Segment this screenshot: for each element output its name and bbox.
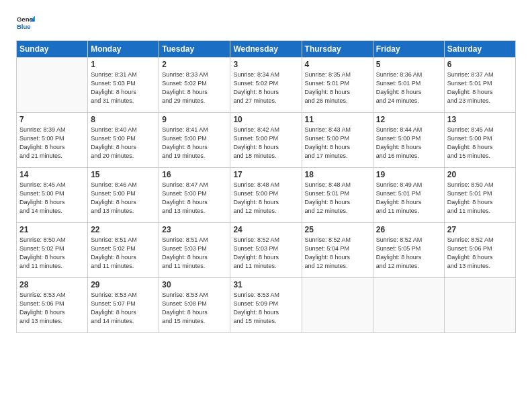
day-number: 19 bbox=[376, 170, 441, 179]
day-number: 28 bbox=[19, 280, 85, 289]
day-info: Sunrise: 8:47 AM Sunset: 5:00 PM Dayligh… bbox=[162, 181, 227, 216]
calendar-day-27: 27Sunrise: 8:52 AM Sunset: 5:06 PM Dayli… bbox=[444, 223, 515, 278]
day-number: 5 bbox=[376, 60, 441, 69]
calendar-week-row: 14Sunrise: 8:45 AM Sunset: 5:00 PM Dayli… bbox=[17, 168, 516, 223]
day-number: 1 bbox=[91, 60, 156, 69]
calendar-empty-cell bbox=[17, 58, 88, 113]
day-info: Sunrise: 8:45 AM Sunset: 5:00 PM Dayligh… bbox=[19, 181, 85, 216]
day-info: Sunrise: 8:52 AM Sunset: 5:05 PM Dayligh… bbox=[376, 236, 441, 271]
day-number: 15 bbox=[91, 170, 156, 179]
calendar-day-10: 10Sunrise: 8:42 AM Sunset: 5:00 PM Dayli… bbox=[230, 113, 302, 168]
calendar-header-friday: Friday bbox=[373, 41, 444, 58]
svg-text:Blue: Blue bbox=[17, 23, 31, 30]
day-info: Sunrise: 8:48 AM Sunset: 5:01 PM Dayligh… bbox=[305, 181, 370, 216]
calendar-header-thursday: Thursday bbox=[302, 41, 373, 58]
header: General Blue bbox=[16, 13, 516, 32]
calendar-day-24: 24Sunrise: 8:52 AM Sunset: 5:03 PM Dayli… bbox=[230, 223, 302, 278]
calendar-header-wednesday: Wednesday bbox=[230, 41, 302, 58]
day-number: 7 bbox=[19, 115, 85, 124]
calendar-day-14: 14Sunrise: 8:45 AM Sunset: 5:00 PM Dayli… bbox=[17, 168, 88, 223]
calendar-day-13: 13Sunrise: 8:45 AM Sunset: 5:00 PM Dayli… bbox=[444, 113, 515, 168]
calendar-day-21: 21Sunrise: 8:50 AM Sunset: 5:02 PM Dayli… bbox=[17, 223, 88, 278]
day-number: 22 bbox=[91, 225, 156, 234]
day-number: 24 bbox=[233, 225, 298, 234]
day-number: 27 bbox=[447, 225, 513, 234]
calendar-day-12: 12Sunrise: 8:44 AM Sunset: 5:00 PM Dayli… bbox=[373, 113, 444, 168]
calendar-empty-cell bbox=[302, 278, 373, 333]
day-info: Sunrise: 8:40 AM Sunset: 5:00 PM Dayligh… bbox=[91, 126, 156, 161]
day-info: Sunrise: 8:43 AM Sunset: 5:00 PM Dayligh… bbox=[305, 126, 370, 161]
day-number: 16 bbox=[162, 170, 227, 179]
calendar-header-saturday: Saturday bbox=[444, 41, 515, 58]
calendar-week-row: 28Sunrise: 8:53 AM Sunset: 5:06 PM Dayli… bbox=[17, 278, 516, 333]
calendar-day-3: 3Sunrise: 8:34 AM Sunset: 5:02 PM Daylig… bbox=[230, 58, 302, 113]
day-number: 12 bbox=[376, 115, 441, 124]
calendar-day-26: 26Sunrise: 8:52 AM Sunset: 5:05 PM Dayli… bbox=[373, 223, 444, 278]
day-number: 20 bbox=[447, 170, 513, 179]
calendar-header-tuesday: Tuesday bbox=[159, 41, 230, 58]
day-info: Sunrise: 8:53 AM Sunset: 5:07 PM Dayligh… bbox=[91, 291, 156, 326]
day-info: Sunrise: 8:52 AM Sunset: 5:04 PM Dayligh… bbox=[305, 236, 370, 271]
calendar-day-11: 11Sunrise: 8:43 AM Sunset: 5:00 PM Dayli… bbox=[302, 113, 373, 168]
day-info: Sunrise: 8:46 AM Sunset: 5:00 PM Dayligh… bbox=[91, 181, 156, 216]
day-number: 10 bbox=[233, 115, 298, 124]
day-info: Sunrise: 8:41 AM Sunset: 5:00 PM Dayligh… bbox=[162, 126, 227, 161]
calendar-day-5: 5Sunrise: 8:36 AM Sunset: 5:01 PM Daylig… bbox=[373, 58, 444, 113]
calendar-day-29: 29Sunrise: 8:53 AM Sunset: 5:07 PM Dayli… bbox=[88, 278, 159, 333]
calendar-day-22: 22Sunrise: 8:51 AM Sunset: 5:02 PM Dayli… bbox=[88, 223, 159, 278]
calendar-day-19: 19Sunrise: 8:49 AM Sunset: 5:01 PM Dayli… bbox=[373, 168, 444, 223]
day-info: Sunrise: 8:37 AM Sunset: 5:01 PM Dayligh… bbox=[447, 71, 513, 105]
day-number: 9 bbox=[162, 115, 227, 124]
day-number: 6 bbox=[447, 60, 513, 69]
day-number: 4 bbox=[305, 60, 370, 69]
day-number: 26 bbox=[376, 225, 441, 234]
calendar-day-4: 4Sunrise: 8:35 AM Sunset: 5:01 PM Daylig… bbox=[302, 58, 373, 113]
day-number: 14 bbox=[19, 170, 85, 179]
day-number: 8 bbox=[91, 115, 156, 124]
day-number: 25 bbox=[305, 225, 370, 234]
day-info: Sunrise: 8:53 AM Sunset: 5:06 PM Dayligh… bbox=[19, 291, 85, 326]
day-number: 13 bbox=[447, 115, 513, 124]
day-number: 31 bbox=[233, 280, 298, 289]
day-info: Sunrise: 8:52 AM Sunset: 5:03 PM Dayligh… bbox=[233, 236, 298, 271]
calendar-day-15: 15Sunrise: 8:46 AM Sunset: 5:00 PM Dayli… bbox=[88, 168, 159, 223]
day-info: Sunrise: 8:45 AM Sunset: 5:00 PM Dayligh… bbox=[447, 126, 513, 161]
day-info: Sunrise: 8:51 AM Sunset: 5:03 PM Dayligh… bbox=[162, 236, 227, 271]
calendar-header-monday: Monday bbox=[88, 41, 159, 58]
day-info: Sunrise: 8:50 AM Sunset: 5:02 PM Dayligh… bbox=[19, 236, 85, 271]
calendar-day-9: 9Sunrise: 8:41 AM Sunset: 5:00 PM Daylig… bbox=[159, 113, 230, 168]
day-info: Sunrise: 8:42 AM Sunset: 5:00 PM Dayligh… bbox=[233, 126, 298, 161]
day-number: 11 bbox=[305, 115, 370, 124]
calendar-day-2: 2Sunrise: 8:33 AM Sunset: 5:02 PM Daylig… bbox=[159, 58, 230, 113]
day-info: Sunrise: 8:53 AM Sunset: 5:09 PM Dayligh… bbox=[233, 291, 298, 326]
calendar-week-row: 1Sunrise: 8:31 AM Sunset: 5:03 PM Daylig… bbox=[17, 58, 516, 113]
logo-icon: General Blue bbox=[16, 13, 35, 32]
day-info: Sunrise: 8:49 AM Sunset: 5:01 PM Dayligh… bbox=[376, 181, 441, 216]
day-info: Sunrise: 8:31 AM Sunset: 5:03 PM Dayligh… bbox=[91, 71, 156, 105]
day-info: Sunrise: 8:36 AM Sunset: 5:01 PM Dayligh… bbox=[376, 71, 441, 105]
calendar-day-18: 18Sunrise: 8:48 AM Sunset: 5:01 PM Dayli… bbox=[302, 168, 373, 223]
day-number: 2 bbox=[162, 60, 227, 69]
calendar-week-row: 21Sunrise: 8:50 AM Sunset: 5:02 PM Dayli… bbox=[17, 223, 516, 278]
day-number: 30 bbox=[162, 280, 227, 289]
calendar-day-17: 17Sunrise: 8:48 AM Sunset: 5:00 PM Dayli… bbox=[230, 168, 302, 223]
day-number: 17 bbox=[233, 170, 298, 179]
day-info: Sunrise: 8:52 AM Sunset: 5:06 PM Dayligh… bbox=[447, 236, 513, 271]
day-info: Sunrise: 8:33 AM Sunset: 5:02 PM Dayligh… bbox=[162, 71, 227, 105]
calendar-day-16: 16Sunrise: 8:47 AM Sunset: 5:00 PM Dayli… bbox=[159, 168, 230, 223]
calendar-empty-cell bbox=[373, 278, 444, 333]
calendar-day-31: 31Sunrise: 8:53 AM Sunset: 5:09 PM Dayli… bbox=[230, 278, 302, 333]
day-number: 3 bbox=[233, 60, 298, 69]
page: General Blue SundayMondayTuesdayWednesda… bbox=[0, 0, 532, 411]
day-info: Sunrise: 8:44 AM Sunset: 5:00 PM Dayligh… bbox=[376, 126, 441, 161]
calendar-day-30: 30Sunrise: 8:53 AM Sunset: 5:08 PM Dayli… bbox=[159, 278, 230, 333]
calendar-day-23: 23Sunrise: 8:51 AM Sunset: 5:03 PM Dayli… bbox=[159, 223, 230, 278]
calendar-header-row: SundayMondayTuesdayWednesdayThursdayFrid… bbox=[17, 41, 516, 58]
calendar-day-20: 20Sunrise: 8:50 AM Sunset: 5:01 PM Dayli… bbox=[444, 168, 515, 223]
calendar-week-row: 7Sunrise: 8:39 AM Sunset: 5:00 PM Daylig… bbox=[17, 113, 516, 168]
day-number: 18 bbox=[305, 170, 370, 179]
calendar-day-1: 1Sunrise: 8:31 AM Sunset: 5:03 PM Daylig… bbox=[88, 58, 159, 113]
calendar-table: SundayMondayTuesdayWednesdayThursdayFrid… bbox=[16, 40, 516, 333]
day-info: Sunrise: 8:48 AM Sunset: 5:00 PM Dayligh… bbox=[233, 181, 298, 216]
calendar-day-8: 8Sunrise: 8:40 AM Sunset: 5:00 PM Daylig… bbox=[88, 113, 159, 168]
